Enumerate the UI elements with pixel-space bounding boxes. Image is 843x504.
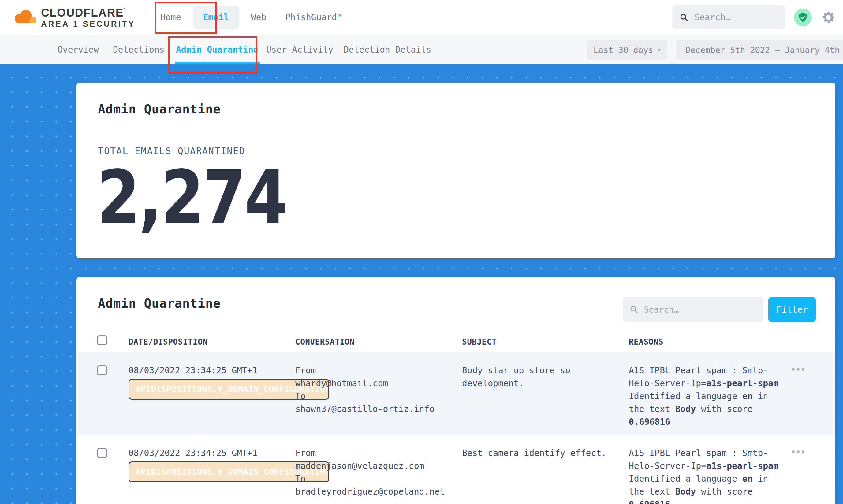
subject-cell: Body star up store so development. xyxy=(462,364,617,390)
table-card-title: Admin Quarantine xyxy=(98,296,221,310)
column-header-date-disposition: DATE/DISPOSITION xyxy=(128,337,208,346)
column-header-reasons: REASONS xyxy=(629,337,663,346)
row-checkbox[interactable] xyxy=(97,365,107,375)
primary-nav: Home Email Web PhishGuard™ xyxy=(160,5,342,29)
email-section-nav: Overview Detections Admin Quarantine Use… xyxy=(0,35,843,64)
search-icon xyxy=(680,12,688,23)
header-actions xyxy=(672,0,836,35)
table-row: 08/03/2022 23:34:25 GMT+1 APIDISPOSITION… xyxy=(76,435,835,504)
nav-web[interactable]: Web xyxy=(251,12,266,22)
row-checkbox[interactable] xyxy=(97,448,107,458)
table-search[interactable] xyxy=(623,297,763,322)
tab-user-activity[interactable]: User Activity xyxy=(266,35,333,64)
time-range-dropdown[interactable]: Last 30 days ▾ xyxy=(587,40,667,60)
reasons-cell: A1S IPBL Pearl spam : Smtp-Helo-Server-I… xyxy=(629,447,782,504)
conversation-cell: From maddenjason@velazquez.com To bradle… xyxy=(295,447,460,498)
nav-phishguard[interactable]: PhishGuard™ xyxy=(285,12,342,22)
row-actions-button[interactable] xyxy=(792,450,805,453)
column-header-subject: SUBJECT xyxy=(462,337,497,346)
to-label: To xyxy=(295,472,460,485)
cloudflare-area1-logo[interactable]: CLOUDFLARE’ AREA 1 SECURITY xyxy=(12,7,135,28)
cloudflare-cloud-icon xyxy=(12,8,38,27)
date-range-text: December 5th 2022 — January 4th 2023 xyxy=(685,45,843,55)
settings-button[interactable] xyxy=(821,10,836,25)
top-header: CLOUDFLARE’ AREA 1 SECURITY Home Email W… xyxy=(0,0,843,35)
to-email[interactable]: bradleyrodriguez@copeland.net xyxy=(295,485,460,498)
global-search[interactable] xyxy=(672,5,785,29)
chevron-down-icon: ▾ xyxy=(657,46,661,54)
filter-button[interactable]: Filter xyxy=(768,297,816,322)
to-label: To xyxy=(295,390,460,403)
nav-email[interactable]: Email xyxy=(193,5,239,29)
nav-home[interactable]: Home xyxy=(160,12,181,22)
logo-text: CLOUDFLARE’ AREA 1 SECURITY xyxy=(41,7,135,28)
from-email[interactable]: maddenjason@velazquez.com xyxy=(295,460,460,472)
brand-name: CLOUDFLARE’ xyxy=(41,7,135,18)
global-search-input[interactable] xyxy=(694,12,777,23)
time-range-label: Last 30 days xyxy=(593,45,653,55)
quarantine-table-card: Admin Quarantine Filter DATE/DISPOSITION… xyxy=(76,277,835,504)
conversation-cell: From whardy@hotmail.com To shawn37@casti… xyxy=(295,364,460,416)
shield-check-icon xyxy=(798,12,808,23)
table-row: 08/03/2022 23:34:25 GMT+1 APIDISPOSITION… xyxy=(76,352,835,435)
date-cell: 08/03/2022 23:34:25 GMT+1 xyxy=(128,447,295,460)
main-content: Admin Quarantine TOTAL EMAILS QUARANTINE… xyxy=(0,64,843,504)
reasons-cell: A1S IPBL Pearl spam : Smtp-Helo-Server-I… xyxy=(629,364,782,429)
tab-detection-details[interactable]: Detection Details xyxy=(344,35,432,64)
select-all-checkbox[interactable] xyxy=(97,336,107,345)
page: CLOUDFLARE’ AREA 1 SECURITY Home Email W… xyxy=(0,0,843,504)
protection-status-badge[interactable] xyxy=(794,8,812,26)
gear-icon xyxy=(821,10,836,25)
tab-detections[interactable]: Detections xyxy=(113,35,164,64)
total-quarantined-value: 2,274 xyxy=(97,161,286,234)
date-cell: 08/03/2022 23:34:25 GMT+1 xyxy=(128,364,295,377)
tab-admin-quarantine[interactable]: Admin Quarantine xyxy=(176,35,259,64)
brand-trademark: ’ xyxy=(124,7,125,13)
row-actions-button[interactable] xyxy=(792,368,805,371)
date-range-picker[interactable]: December 5th 2022 — January 4th 2023 xyxy=(676,40,843,60)
subject-cell: Best camera identify effect. xyxy=(462,447,617,460)
from-label: From xyxy=(295,364,460,377)
brand-tagline: AREA 1 SECURITY xyxy=(41,20,135,28)
from-label: From xyxy=(295,447,460,460)
from-email[interactable]: whardy@hotmail.com xyxy=(295,377,460,390)
column-header-conversation: CONVERSATION xyxy=(295,337,355,346)
tab-overview[interactable]: Overview xyxy=(57,35,99,64)
to-email[interactable]: shawn37@castillo-ortiz.info xyxy=(295,403,460,416)
table-search-input[interactable] xyxy=(643,305,757,315)
summary-card-title: Admin Quarantine xyxy=(98,102,221,116)
table-header-row: DATE/DISPOSITION CONVERSATION SUBJECT RE… xyxy=(76,332,835,352)
search-icon xyxy=(630,305,638,314)
quarantine-summary-card: Admin Quarantine TOTAL EMAILS QUARANTINE… xyxy=(76,83,835,258)
